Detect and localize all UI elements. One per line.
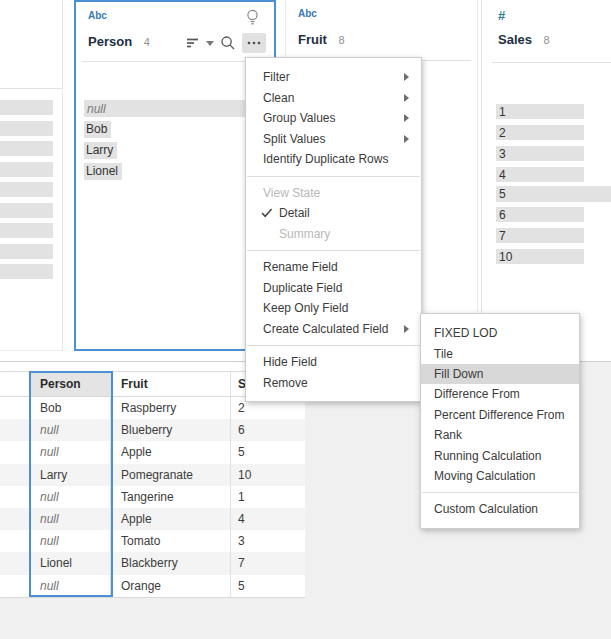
table-row[interactable]: null Tomato 3 <box>0 530 305 552</box>
cell-sales[interactable]: 3 <box>231 530 305 552</box>
menu-item-label: Moving Calculation <box>434 469 535 483</box>
menu-item-label: Identify Duplicate Rows <box>263 152 388 166</box>
cell-person[interactable]: null <box>30 441 111 463</box>
menu-item-label: Custom Calculation <box>434 502 538 516</box>
cell-fruit[interactable]: Raspberry <box>111 397 231 419</box>
cell-fruit[interactable]: Pomegranate <box>111 464 231 486</box>
menu-item-hide-field[interactable]: Hide Field <box>246 352 421 373</box>
menu-divider <box>247 176 420 177</box>
menu-item-label: Detail <box>279 206 310 220</box>
value-label: null <box>84 102 106 116</box>
header-cell-fruit[interactable]: Fruit <box>111 372 231 396</box>
field-card-sales[interactable]: # Sales 8 1 2 3 4 5 6 7 10 <box>481 0 611 351</box>
card-header-separator <box>492 62 611 63</box>
menu-item-filter[interactable]: Filter <box>246 67 421 88</box>
cell-fruit[interactable]: Tangerine <box>111 486 231 508</box>
sort-icon[interactable] <box>186 37 200 49</box>
table-row[interactable]: null Orange 5 <box>0 575 305 597</box>
table-row[interactable]: Lionel Blackberry 7 <box>0 552 305 574</box>
menu-item-create-calculated-field[interactable]: Create Calculated Field <box>246 319 421 340</box>
cell-sales[interactable]: 4 <box>231 508 305 530</box>
cell-fruit[interactable]: Blackberry <box>111 552 231 574</box>
menu-item-view-state: View State <box>246 183 421 204</box>
table-row[interactable]: null Apple 4 <box>0 508 305 530</box>
cell-fruit[interactable]: Apple <box>111 441 231 463</box>
value-bar <box>0 203 53 218</box>
recommendations-lightbulb-icon[interactable] <box>245 8 260 28</box>
submenu-item-tile[interactable]: Tile <box>421 343 579 363</box>
submenu-arrow-icon <box>404 114 409 122</box>
more-options-button[interactable] <box>242 33 266 53</box>
submenu-item-percent-difference-from[interactable]: Percent Difference From <box>421 405 579 425</box>
cell-fruit[interactable]: Tomato <box>111 530 231 552</box>
submenu-item-fixed-lod[interactable]: FIXED LOD <box>421 323 579 343</box>
menu-item-label: Split Values <box>263 132 325 146</box>
cell-person[interactable]: null <box>30 530 111 552</box>
cell-sales[interactable]: 10 <box>231 464 305 486</box>
cell-person[interactable]: Larry <box>30 464 111 486</box>
menu-item-remove[interactable]: Remove <box>246 373 421 394</box>
value-row[interactable]: Lionel <box>84 163 122 180</box>
submenu-item-custom-calculation[interactable]: Custom Calculation <box>421 499 579 519</box>
menu-item-label: FIXED LOD <box>434 326 497 340</box>
value-label: 3 <box>499 147 506 161</box>
menu-item-identify-duplicate-rows[interactable]: Identify Duplicate Rows <box>246 149 421 170</box>
cell-hidden <box>0 508 30 530</box>
value-row-highlighted[interactable]: 5 <box>496 186 611 202</box>
menu-item-keep-only-field[interactable]: Keep Only Field <box>246 298 421 319</box>
table-row[interactable]: null Apple 5 <box>0 441 305 463</box>
sort-options-caret-icon[interactable] <box>206 41 214 46</box>
card-header-separator <box>0 88 62 89</box>
cell-person[interactable]: null <box>30 508 111 530</box>
menu-item-rename-field[interactable]: Rename Field <box>246 257 421 278</box>
menu-item-label: Percent Difference From <box>434 408 565 422</box>
menu-item-label: Rename Field <box>263 260 338 274</box>
search-icon[interactable] <box>220 35 236 51</box>
value-row[interactable]: 2 <box>496 125 584 140</box>
table-row[interactable]: null Blueberry 6 <box>0 419 305 441</box>
cell-person[interactable]: Bob <box>30 397 111 419</box>
menu-item-label: Clean <box>263 91 294 105</box>
cell-sales[interactable]: 5 <box>231 441 305 463</box>
cell-fruit[interactable]: Blueberry <box>111 419 231 441</box>
cell-sales[interactable]: 5 <box>231 575 305 597</box>
field-type-label: Abc <box>298 8 317 19</box>
cell-sales[interactable]: 7 <box>231 552 305 574</box>
value-row[interactable]: Larry <box>84 142 117 159</box>
cell-person[interactable]: Lionel <box>30 552 111 574</box>
value-row[interactable]: 10 <box>496 249 584 264</box>
cell-person[interactable]: null <box>30 419 111 441</box>
submenu-item-moving-calculation[interactable]: Moving Calculation <box>421 466 579 486</box>
value-row[interactable]: Bob <box>84 121 111 138</box>
menu-item-detail[interactable]: Detail <box>246 203 421 224</box>
cell-hidden <box>0 397 30 419</box>
cell-fruit[interactable]: Apple <box>111 508 231 530</box>
submenu-item-rank[interactable]: Rank <box>421 425 579 445</box>
cell-sales[interactable]: 1 <box>231 486 305 508</box>
menu-item-duplicate-field[interactable]: Duplicate Field <box>246 278 421 299</box>
menu-divider <box>247 250 420 251</box>
value-row[interactable]: 6 <box>496 207 584 222</box>
cell-sales[interactable]: 6 <box>231 419 305 441</box>
header-cell-person[interactable]: Person <box>30 372 111 396</box>
submenu-item-running-calculation[interactable]: Running Calculation <box>421 445 579 465</box>
value-row[interactable]: 1 <box>496 104 584 119</box>
numeric-field-type-icon: # <box>498 8 505 23</box>
value-row[interactable]: 4 <box>496 167 584 182</box>
card-title-row: Person 4 <box>88 34 150 49</box>
cell-person[interactable]: null <box>30 575 111 597</box>
cell-hidden <box>0 552 30 574</box>
menu-item-split-values[interactable]: Split Values <box>246 129 421 150</box>
value-label: 5 <box>499 187 506 201</box>
menu-item-clean[interactable]: Clean <box>246 88 421 109</box>
cell-fruit[interactable]: Orange <box>111 575 231 597</box>
value-row[interactable]: 7 <box>496 228 584 243</box>
value-row[interactable]: 3 <box>496 146 584 161</box>
menu-item-group-values[interactable]: Group Values <box>246 108 421 129</box>
table-row[interactable]: null Tangerine 1 <box>0 486 305 508</box>
menu-divider <box>422 492 578 493</box>
submenu-item-difference-from[interactable]: Difference From <box>421 384 579 404</box>
cell-person[interactable]: null <box>30 486 111 508</box>
submenu-item-fill-down[interactable]: Fill Down <box>421 364 579 384</box>
table-row[interactable]: Larry Pomegranate 10 <box>0 464 305 486</box>
